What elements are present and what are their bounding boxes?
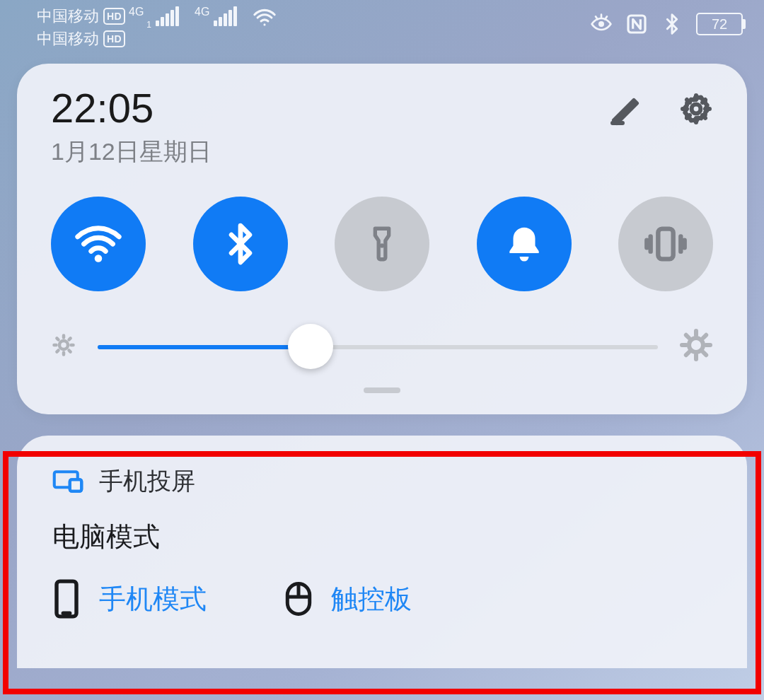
bluetooth-toggle[interactable] (193, 197, 288, 291)
hd-badge-icon: HD (103, 8, 125, 25)
signal-bars-icon (212, 6, 237, 29)
mouse-icon (284, 579, 313, 619)
svg-point-2 (692, 105, 701, 114)
svg-rect-11 (57, 581, 76, 617)
network-sub-1: 1 (146, 21, 151, 29)
panel-drag-handle[interactable] (364, 387, 400, 393)
brightness-high-icon (679, 328, 713, 365)
wifi-toggle[interactable] (51, 197, 146, 291)
clock-date[interactable]: 1月12日星期日 (51, 136, 212, 168)
wifi-status-icon (253, 6, 277, 30)
svg-point-7 (689, 338, 703, 352)
brightness-low-icon (51, 332, 76, 361)
svg-point-6 (59, 341, 68, 349)
battery-level: 72 (698, 16, 741, 33)
svg-rect-5 (658, 229, 673, 259)
projection-card: 手机投屏 电脑模式 手机模式 触控板 (17, 436, 747, 668)
network-type-1: 4G (129, 6, 144, 18)
carrier-2-label: 中国移动 (37, 28, 99, 49)
clock-time[interactable]: 22:05 (51, 88, 212, 129)
cast-icon (52, 469, 83, 494)
bluetooth-status-icon (661, 13, 683, 35)
phone-mode-label: 手机模式 (99, 581, 207, 617)
edit-icon[interactable] (608, 92, 642, 126)
phone-icon (52, 579, 81, 619)
settings-icon[interactable] (679, 92, 713, 126)
quick-settings-panel: 22:05 1月12日星期日 (17, 64, 747, 414)
svg-rect-9 (70, 479, 82, 491)
signal-bars-icon (154, 6, 179, 29)
projection-mode-label: 电脑模式 (52, 519, 712, 555)
svg-point-0 (598, 21, 604, 27)
vibrate-toggle[interactable] (618, 197, 713, 291)
notifications-toggle[interactable] (477, 197, 572, 291)
battery-icon: 72 (696, 13, 743, 35)
touchpad-button[interactable]: 触控板 (284, 579, 412, 619)
projection-header: 手机投屏 (99, 465, 195, 498)
phone-mode-button[interactable]: 手机模式 (52, 579, 207, 619)
nfc-icon (625, 13, 648, 35)
hd-badge-icon: HD (103, 30, 125, 47)
flashlight-toggle[interactable] (335, 197, 429, 291)
carrier-1-label: 中国移动 (37, 6, 99, 27)
touchpad-label: 触控板 (331, 581, 412, 617)
signal-cluster: 4G 1 4G (129, 6, 277, 30)
eye-comfort-icon (590, 13, 613, 35)
status-bar: 中国移动 HD 中国移动 HD 4G 1 4G (0, 0, 764, 57)
svg-point-4 (380, 243, 384, 247)
network-type-2: 4G (195, 6, 209, 18)
brightness-slider[interactable] (98, 324, 658, 369)
brightness-slider-thumb[interactable] (288, 324, 333, 369)
svg-point-3 (95, 255, 103, 262)
